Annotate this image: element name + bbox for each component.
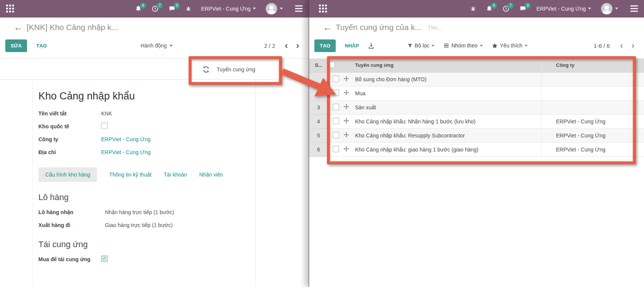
- group-by-menu[interactable]: Nhóm theo: [444, 43, 482, 49]
- route-company: [541, 86, 644, 100]
- company-name: ERPViet - Cung Ứng: [201, 6, 251, 12]
- pager-next-icon[interactable]: ›: [292, 41, 303, 50]
- menu-icon[interactable]: [630, 5, 638, 12]
- route-company: [541, 72, 644, 86]
- row-sequence: 4: [309, 114, 328, 128]
- tab-accounts[interactable]: Tài khoản: [164, 167, 187, 182]
- button-box: Tuyến cung ứng: [0, 58, 309, 80]
- company-switcher[interactable]: ERPViet - Cung Ứng: [536, 6, 591, 12]
- table-row[interactable]: 2 Mua: [309, 86, 644, 100]
- address-link[interactable]: ERPViet - Cung Ứng: [101, 148, 151, 156]
- field-row: Lô hàng nhận Nhận hàng trực tiếp (1 bước…: [38, 208, 255, 216]
- tab-employees[interactable]: Nhân viên: [199, 167, 223, 182]
- buy-to-resupply-checkbox[interactable]: [101, 255, 108, 262]
- column-header-sequence[interactable]: S...: [309, 58, 328, 72]
- left-toolbar: SỬA TẠO Hành động 2 / 2 ‹ ›: [0, 37, 309, 54]
- edit-button[interactable]: SỬA: [5, 39, 27, 52]
- breadcrumb[interactable]: [KNK] Kho Cảng nhập k...: [27, 23, 118, 32]
- left-breadcrumb-row: ← [KNK] Kho Cảng nhập k...: [0, 17, 309, 37]
- routes-smart-button-label: Tuyến cung ứng: [217, 66, 255, 73]
- drag-handle-icon[interactable]: [344, 118, 349, 123]
- select-all-checkbox[interactable]: [328, 62, 335, 68]
- drag-handle-icon[interactable]: [344, 90, 349, 95]
- notifications-badge: 4: [140, 3, 146, 9]
- drag-handle-icon[interactable]: [344, 104, 349, 109]
- import-button[interactable]: NHẬP: [343, 43, 361, 49]
- pager-prev-icon[interactable]: ‹: [281, 41, 292, 50]
- drag-handle-icon[interactable]: [344, 146, 349, 151]
- search-box: [427, 24, 476, 31]
- chevron-down-icon: [525, 45, 528, 47]
- user-menu[interactable]: [601, 3, 618, 14]
- route-name[interactable]: Sản xuất: [355, 100, 541, 114]
- action-menu[interactable]: Hành động: [141, 43, 173, 49]
- row-checkbox[interactable]: [333, 104, 339, 110]
- messages-icon[interactable]: 3: [168, 5, 176, 12]
- debug-icon[interactable]: [470, 6, 476, 12]
- chevron-down-icon: [280, 8, 283, 9]
- field-row: Công ty ERPViet - Cung Ứng: [38, 136, 255, 143]
- drag-handle-icon[interactable]: [344, 76, 349, 81]
- export-icon[interactable]: [368, 43, 374, 49]
- left-topbar: 4 7 3 ERPViet - Cung Ứng: [0, 0, 309, 17]
- menu-icon[interactable]: [295, 5, 303, 12]
- row-checkbox[interactable]: [333, 146, 339, 152]
- breadcrumb[interactable]: Tuyến cung ứng của k...: [336, 23, 422, 32]
- user-menu[interactable]: [266, 3, 283, 14]
- search-input[interactable]: [427, 24, 476, 31]
- table-row[interactable]: 5 Kho Cảng nhập khẩu: Resupply Subcontra…: [309, 128, 644, 142]
- row-drag-cell: [343, 142, 355, 156]
- field-label: Xuất hàng đi: [38, 221, 105, 229]
- column-header-company[interactable]: Công ty: [541, 58, 644, 72]
- route-name[interactable]: Kho Cảng nhập khẩu: giao hàng 1 bước (gi…: [355, 142, 541, 156]
- apps-menu-icon[interactable]: [319, 5, 327, 13]
- row-checkbox[interactable]: [333, 90, 339, 96]
- table-header-row: S... Tuyến cung ứng Công ty: [309, 58, 644, 72]
- row-drag-cell: [343, 86, 355, 100]
- tab-technical-info[interactable]: Thông tin kỹ thuật: [109, 167, 151, 182]
- table-row[interactable]: 4 Kho Cảng nhập khẩu: Nhận hàng 1 bước (…: [309, 114, 644, 128]
- company-link[interactable]: ERPViet - Cung Ứng: [101, 136, 151, 143]
- activities-badge: 7: [508, 3, 514, 9]
- chevron-down-icon: [170, 45, 173, 47]
- back-icon[interactable]: ←: [14, 23, 23, 32]
- notifications-icon[interactable]: 4: [486, 5, 493, 12]
- chevron-down-icon: [480, 45, 483, 47]
- route-name[interactable]: Mua: [355, 86, 541, 100]
- table-row[interactable]: 6 Kho Cảng nhập khẩu: giao hàng 1 bước (…: [309, 142, 644, 156]
- create-button[interactable]: TẠO: [314, 39, 336, 52]
- row-select-cell: [328, 72, 343, 86]
- route-company: ERPViet - Cung Ứng: [541, 128, 644, 142]
- company-switcher[interactable]: ERPViet - Cung Ứng: [201, 6, 256, 12]
- filter-menu[interactable]: Bộ lọc: [408, 43, 435, 49]
- pager-prev-icon[interactable]: ‹: [616, 41, 627, 50]
- row-checkbox[interactable]: [333, 76, 339, 82]
- notifications-icon[interactable]: 4: [135, 5, 142, 12]
- favorites-menu[interactable]: Yêu thích: [492, 43, 528, 49]
- tab-warehouse-config[interactable]: Cấu hình kho hàng: [38, 167, 97, 182]
- row-select-cell: [328, 100, 343, 114]
- row-checkbox[interactable]: [333, 118, 339, 124]
- routes-smart-button[interactable]: Tuyến cung ứng: [193, 60, 284, 78]
- messages-icon[interactable]: 3: [519, 5, 527, 12]
- activities-icon[interactable]: 7: [503, 5, 509, 12]
- row-sequence: [309, 72, 328, 86]
- create-button[interactable]: TẠO: [34, 43, 49, 49]
- table-row[interactable]: 3 Sản xuất: [309, 100, 644, 114]
- debug-icon[interactable]: [186, 6, 191, 12]
- route-name[interactable]: Kho Cảng nhập khẩu: Resupply Subcontract…: [355, 128, 541, 142]
- apps-menu-icon[interactable]: [6, 5, 14, 13]
- table-row[interactable]: Bổ sung cho Đơn hàng (MTO): [309, 72, 644, 86]
- chevron-down-icon: [615, 8, 618, 9]
- drag-handle-icon[interactable]: [344, 132, 349, 137]
- activities-icon[interactable]: 7: [152, 5, 159, 12]
- row-checkbox[interactable]: [333, 132, 339, 138]
- back-icon[interactable]: ←: [323, 23, 332, 32]
- international-warehouse-checkbox[interactable]: [101, 123, 108, 129]
- row-select-cell: [328, 142, 343, 156]
- pager-next-icon[interactable]: ›: [627, 41, 639, 50]
- route-name[interactable]: Bổ sung cho Đơn hàng (MTO): [355, 72, 541, 86]
- column-header-route[interactable]: Tuyến cung ứng: [355, 58, 541, 72]
- route-name[interactable]: Kho Cảng nhập khẩu: Nhận hàng 1 bước (lư…: [355, 114, 541, 128]
- field-row: Xuất hàng đi Giao hàng trực tiếp (1 bước…: [38, 221, 255, 229]
